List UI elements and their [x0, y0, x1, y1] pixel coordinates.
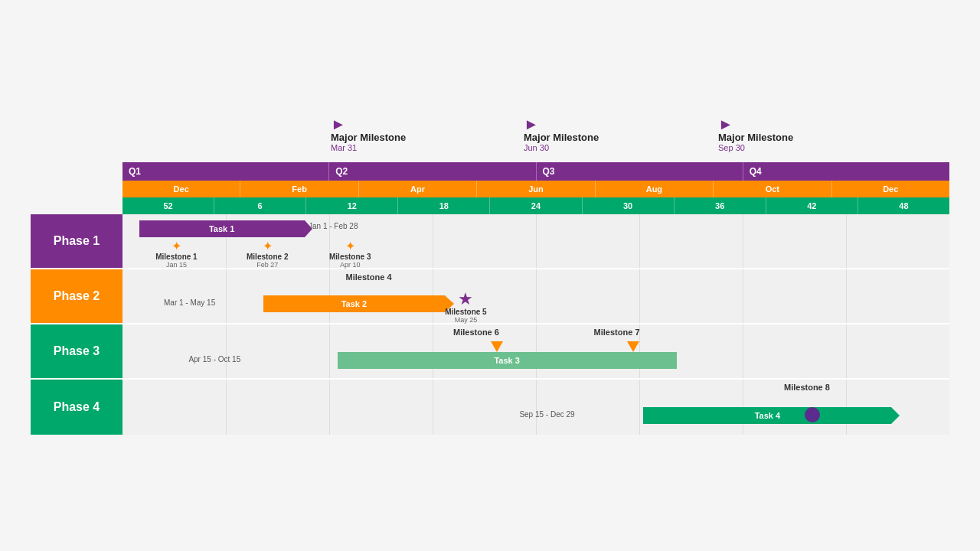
milestone-3: ✦ Milestone 3 Apr 10 [329, 240, 371, 269]
phase-1-content: Task 1 Jan 1 - Feb 28 ✦ Milestone 1 Jan … [122, 214, 949, 268]
week-6: 6 [214, 197, 306, 214]
week-24: 24 [490, 197, 582, 214]
grid-line [329, 380, 330, 435]
phase-3-label: Phase 3 [31, 324, 122, 378]
major-milestone-1-label: Major Milestone [331, 132, 406, 143]
month-spacer [31, 181, 122, 197]
major-milestone-2-date: Jun 30 [524, 143, 549, 152]
grid-line [536, 380, 537, 435]
month-dec1: Dec [122, 181, 240, 197]
milestone-1: ✦ Milestone 1 Jan 15 [155, 240, 197, 269]
milestone-8-circle [805, 407, 820, 422]
grid-line [433, 324, 433, 378]
milestone-1-date: Jan 15 [166, 261, 187, 269]
phase-4-label: Phase 4 [31, 380, 122, 435]
q3-cell: Q3 [537, 162, 743, 181]
milestone-5-label: Milestone 5 [445, 308, 486, 316]
grid-line [433, 380, 433, 435]
week-row: 52 6 12 18 24 30 36 42 48 [31, 197, 949, 214]
week-52: 52 [122, 197, 214, 214]
major-milestone-3: ► Major Milestone Sep 30 [718, 116, 793, 152]
milestone-arrow-icon: ► [331, 116, 346, 132]
milestone-5-date: May 25 [455, 316, 478, 324]
milestone-1-icon: ✦ [172, 240, 181, 253]
month-jun: Jun [477, 181, 595, 197]
quarter-header-row: Q1 Q2 Q3 Q4 [31, 162, 949, 181]
milestone-5: ★ Milestone 5 May 25 [445, 291, 486, 324]
q1-cell: Q1 [122, 162, 329, 181]
chart-container: Q1 Q2 Q3 Q4 Dec Feb Apr Jun Aug Oct Dec [31, 162, 949, 435]
week-12: 12 [306, 197, 398, 214]
phase-label-spacer [31, 162, 122, 181]
phase-3-content: Milestone 6 Milestone 7 Task 3 Apr 15 - … [122, 324, 949, 378]
gantt-chart: ► Major Milestone Mar 31 ► Major Milesto… [31, 116, 949, 435]
task-3-bar: Task 3 [338, 352, 677, 369]
milestone-4-label: Milestone 4 [346, 272, 392, 282]
month-timeline: Dec Feb Apr Jun Aug Oct Dec [122, 181, 949, 197]
week-18: 18 [398, 197, 490, 214]
grid-line [639, 269, 640, 323]
grid-line [536, 269, 537, 323]
quarter-timeline: Q1 Q2 Q3 Q4 [122, 162, 949, 181]
milestone-6-triangle [491, 341, 503, 352]
milestone-7-triangle [627, 341, 639, 352]
grid-line [329, 324, 330, 378]
grid-line [743, 214, 743, 268]
major-milestones-row: ► Major Milestone Mar 31 ► Major Milesto… [122, 116, 949, 162]
task-1-date-range: Jan 1 - Feb 28 [309, 222, 358, 230]
grid-line [226, 324, 227, 378]
major-milestone-2: ► Major Milestone Jun 30 [524, 116, 599, 152]
grid-line [743, 324, 743, 378]
milestone-2-date: Feb 27 [256, 261, 278, 269]
phase-2-row: Phase 2 Milestone 4 Task 2 [31, 269, 949, 324]
week-48: 48 [858, 197, 949, 214]
milestone-2: ✦ Milestone 2 Feb 27 [247, 240, 288, 269]
month-apr: Apr [359, 181, 477, 197]
task-4-bar: Task 4 [643, 407, 891, 424]
task-4-arrow [891, 407, 900, 424]
week-36: 36 [675, 197, 766, 214]
grid-line [846, 269, 847, 323]
week-timeline: 52 6 12 18 24 30 36 42 48 [122, 197, 949, 214]
month-row: Dec Feb Apr Jun Aug Oct Dec [31, 181, 949, 197]
phase-1-label: Phase 1 [31, 214, 122, 268]
grid-line [639, 380, 640, 435]
grid-line [433, 214, 433, 268]
milestone-8-label: Milestone 8 [784, 383, 830, 392]
phase-1-row: Phase 1 Task 1 Jan 1 - Feb [31, 214, 949, 269]
milestone-2-icon: ✦ [263, 240, 273, 253]
grid-line [846, 324, 847, 378]
week-spacer [31, 197, 122, 214]
q4-cell: Q4 [743, 162, 949, 181]
grid-line [846, 214, 847, 268]
week-42: 42 [766, 197, 858, 214]
milestone-3-date: Apr 10 [340, 261, 361, 269]
task-3-date-range: Apr 15 - Oct 15 [188, 355, 240, 364]
major-milestone-1-date: Mar 31 [331, 143, 357, 152]
milestone-3-label: Milestone 3 [329, 253, 371, 261]
milestone-arrow-icon: ► [524, 116, 539, 132]
milestone-5-icon: ★ [458, 291, 473, 308]
month-dec2: Dec [832, 181, 949, 197]
major-milestone-3-label: Major Milestone [718, 132, 793, 143]
phase-4-row: Phase 4 Milestone 8 Task 4 [31, 380, 949, 435]
phase-2-content: Milestone 4 Task 2 Mar 1 - May 15 ★ Mile… [122, 269, 949, 323]
task-4-date-range: Sep 15 - Dec 29 [519, 410, 574, 419]
phase-4-content: Milestone 8 Task 4 Sep 15 - Dec 29 [122, 380, 949, 435]
milestone-3-icon: ✦ [345, 240, 355, 253]
milestone-arrow-icon: ► [718, 116, 733, 132]
milestone-6-label: Milestone 6 [453, 328, 499, 337]
grid-line [226, 269, 227, 323]
grid-line [536, 324, 537, 378]
month-feb: Feb [240, 181, 358, 197]
milestone-2-label: Milestone 2 [247, 253, 288, 261]
grid-line [743, 269, 743, 323]
q2-cell: Q2 [329, 162, 536, 181]
phase-3-row: Phase 3 Milestone 6 Milestone 7 [31, 324, 949, 380]
phase-2-label: Phase 2 [31, 269, 122, 323]
major-milestone-2-label: Major Milestone [524, 132, 599, 143]
grid-line [536, 214, 537, 268]
milestone-1-label: Milestone 1 [155, 253, 197, 261]
task-1-bar: Task 1 [139, 220, 305, 237]
grid-line [226, 380, 227, 435]
